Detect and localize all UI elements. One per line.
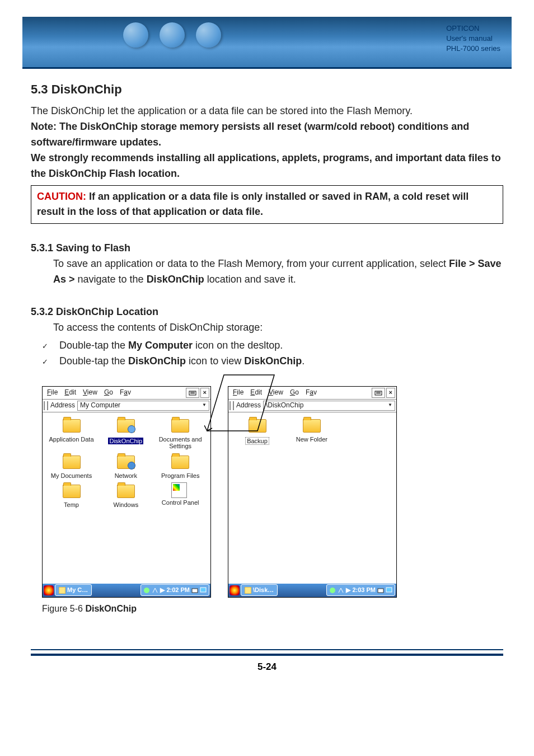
- address-value: My Computer: [80, 400, 120, 411]
- menu-edit[interactable]: Edit: [61, 386, 79, 399]
- subsection-1-title: 5.3.1 Saving to Flash: [31, 241, 503, 256]
- intro-text: The DiskOnChip let the application or a …: [31, 104, 503, 119]
- note-line-2: We strongly recommends installing all ap…: [31, 151, 503, 182]
- taskbar-app-button[interactable]: My C…: [55, 584, 92, 596]
- menu-favorites[interactable]: Fav: [302, 386, 320, 399]
- folder-program-files[interactable]: Program Files: [154, 453, 207, 480]
- tray-icon-1: [329, 587, 336, 594]
- explorer-window-my-computer: File Edit View Go Fav × Address My Compu…: [42, 386, 211, 598]
- header-decoration: [123, 22, 221, 48]
- address-input[interactable]: My Computer ▼: [77, 401, 209, 411]
- clock: 2:03 PM: [352, 585, 376, 595]
- explorer-icon: [245, 587, 251, 594]
- tray-icon-1: [143, 587, 150, 594]
- folder-temp[interactable]: Temp: [45, 482, 98, 509]
- grip-icon: [44, 401, 48, 410]
- svg-rect-6: [200, 588, 206, 592]
- sip-button[interactable]: [186, 388, 199, 398]
- folder-network[interactable]: Network: [99, 453, 152, 480]
- system-tray[interactable]: ▶ 2:03 PM: [326, 584, 395, 596]
- menu-go[interactable]: Go: [287, 386, 302, 399]
- keyboard-icon: [189, 389, 196, 396]
- figure-caption: Figure 5-6 DiskOnChip: [42, 602, 503, 616]
- svg-point-4: [144, 588, 149, 593]
- menubar: File Edit View Go Fav ×: [43, 387, 210, 400]
- folder-diskonchip[interactable]: DiskOnChip: [99, 417, 152, 450]
- folder-my-documents[interactable]: My Documents: [45, 453, 98, 480]
- caution-box: CAUTION: If an application or a data fil…: [31, 185, 503, 224]
- menu-view[interactable]: View: [79, 386, 101, 399]
- svg-rect-5: [192, 589, 198, 593]
- callout-arrow: [204, 372, 277, 434]
- desktop-icon[interactable]: [200, 587, 207, 594]
- subsection-2-intro: To access the contents of DiskOnChip sto…: [53, 320, 503, 336]
- keyboard-icon: [374, 389, 382, 396]
- caution-label: CAUTION:: [37, 191, 86, 202]
- explorer-icon: [59, 587, 65, 594]
- dropdown-icon[interactable]: ▼: [388, 402, 392, 408]
- caution-text: If an application or a data file is only…: [37, 191, 469, 218]
- address-label: Address: [49, 400, 76, 411]
- header-series: PHL-7000 series: [446, 44, 500, 54]
- tray-icon-2: [338, 587, 344, 594]
- svg-rect-3: [59, 587, 65, 594]
- tray-arrow-icon: ▶: [160, 585, 165, 595]
- check-item-1: Double-tap the My Computer icon on the d…: [42, 338, 503, 354]
- subsection-1-body: To save an application or data to the Fl…: [53, 256, 503, 288]
- note-line-1: Note: The DiskOnChip storage memory pers…: [31, 119, 503, 151]
- folder-application-data[interactable]: Application Data: [45, 417, 98, 450]
- start-button[interactable]: [44, 585, 54, 595]
- check-item-2: Double-tap the DiskOnChip icon to view D…: [42, 354, 503, 369]
- taskbar-app-button[interactable]: \Disk…: [241, 584, 278, 596]
- desktop-icon[interactable]: [386, 587, 392, 594]
- taskbar: My C… ▶ 2:02 PM: [43, 584, 210, 597]
- svg-rect-13: [386, 588, 392, 592]
- control-panel[interactable]: Control Panel: [154, 482, 207, 509]
- tray-arrow-icon: ▶: [346, 585, 350, 595]
- tray-icon-2: [152, 587, 158, 594]
- address-input[interactable]: \DiskOnChip ▼: [263, 401, 395, 411]
- header-text: OPTICON User's manual PHL-7000 series: [446, 24, 500, 54]
- subsection-2-title: 5.3.2 DiskOnChip Location: [31, 304, 503, 320]
- svg-rect-12: [378, 589, 383, 593]
- header-manual: User's manual: [446, 34, 500, 44]
- svg-point-11: [330, 588, 335, 593]
- tray-icon-3: [377, 587, 384, 594]
- close-button[interactable]: ×: [386, 388, 395, 398]
- header-banner: OPTICON User's manual PHL-7000 series: [22, 17, 512, 69]
- address-bar: Address My Computer ▼: [43, 400, 210, 412]
- menu-file[interactable]: File: [44, 386, 61, 399]
- page-number: 5-24: [0, 661, 534, 673]
- section-title: 5.3 DiskOnChip: [31, 80, 503, 99]
- svg-rect-10: [245, 587, 251, 594]
- file-area[interactable]: Backup New Folder: [228, 412, 396, 584]
- header-brand: OPTICON: [446, 24, 500, 34]
- folder-new-folder[interactable]: New Folder: [285, 417, 338, 447]
- tray-icon-3: [191, 587, 198, 594]
- start-button[interactable]: [229, 585, 240, 595]
- folder-windows[interactable]: Windows: [99, 482, 152, 509]
- system-tray[interactable]: ▶ 2:02 PM: [140, 584, 209, 596]
- clock: 2:02 PM: [166, 585, 190, 595]
- folder-documents-settings[interactable]: Documents and Settings: [154, 417, 207, 450]
- menu-favorites[interactable]: Fav: [116, 386, 134, 399]
- menu-go[interactable]: Go: [101, 386, 116, 399]
- taskbar: \Disk… ▶ 2:03 PM: [228, 584, 396, 597]
- sip-button[interactable]: [372, 388, 385, 398]
- check-list: Double-tap the My Computer icon on the d…: [31, 338, 503, 369]
- file-area[interactable]: Application Data DiskOnChip Documents an…: [43, 412, 210, 584]
- footer-rule: [31, 649, 503, 656]
